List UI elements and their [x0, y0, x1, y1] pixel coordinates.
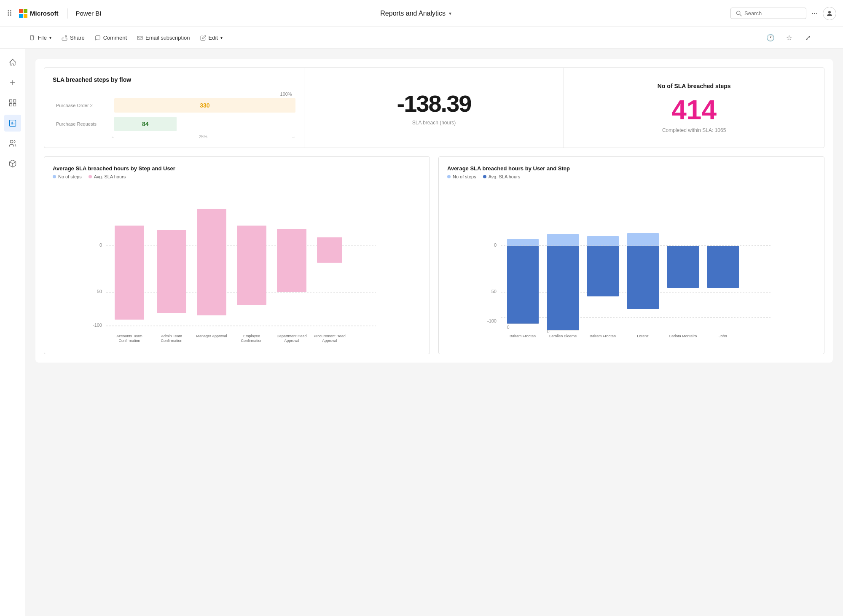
history-icon[interactable]: 🕐: [765, 32, 776, 44]
edit-menu[interactable]: Edit ▾: [200, 35, 223, 41]
svg-rect-28: [197, 246, 226, 315]
sidebar-report[interactable]: [4, 115, 21, 132]
chevron-down-icon[interactable]: ▾: [449, 11, 451, 16]
svg-rect-63: [707, 246, 739, 288]
user-avatar[interactable]: [823, 7, 836, 20]
svg-rect-25: [157, 230, 186, 246]
dashboard: SLA breached steps by flow 100% Purchase…: [35, 59, 833, 363]
legend-steps-label-1: No of steps: [58, 174, 82, 179]
svg-text:Carlota Monteiro: Carlota Monteiro: [669, 334, 697, 338]
email-icon: [137, 35, 143, 41]
sidebar-grid[interactable]: [4, 94, 21, 111]
svg-text:John: John: [719, 334, 727, 338]
svg-rect-60: [627, 233, 659, 246]
sla-flow-card: SLA breached steps by flow 100% Purchase…: [44, 68, 304, 148]
box-icon: [8, 159, 17, 168]
comment-menu[interactable]: Comment: [95, 35, 127, 41]
flow-row2-label: Purchase Requests: [56, 121, 111, 126]
bookmark-icon[interactable]: ☆: [783, 32, 795, 44]
legend-avg-sla-2: Avg. SLA hours: [483, 174, 521, 179]
arrow-left: ←: [111, 134, 115, 139]
legend-no-steps-2: No of steps: [447, 174, 476, 179]
legend-steps-label-2: No of steps: [453, 174, 476, 179]
svg-text:Bairam Frootan: Bairam Frootan: [590, 334, 616, 338]
sidebar-add[interactable]: [4, 74, 21, 91]
sidebar-people[interactable]: [4, 135, 21, 152]
svg-text:0: 0: [547, 329, 550, 334]
sla-flow-title: SLA breached steps by flow: [53, 76, 295, 83]
sla-breach-hours-card: -138.39 SLA breach (hours): [304, 68, 564, 148]
pct25-label: 25%: [199, 134, 207, 139]
svg-line-1: [740, 14, 741, 16]
share-menu[interactable]: Share: [62, 35, 85, 41]
svg-rect-62: [667, 246, 699, 288]
svg-rect-56: [547, 246, 579, 330]
legend-dot-steps-2: [447, 175, 451, 178]
report-icon: [8, 119, 17, 127]
no-sla-number: 414: [671, 94, 717, 126]
pct100-label: 100%: [53, 91, 292, 97]
svg-text:Employee: Employee: [243, 334, 260, 338]
nav-right: ···: [730, 7, 836, 20]
svg-rect-55: [547, 234, 579, 246]
legend-dot-avg-2: [483, 175, 486, 178]
svg-rect-30: [237, 246, 266, 305]
chart1-svg: 0 -50 -100: [53, 183, 421, 344]
svg-rect-8: [13, 100, 16, 102]
sidebar-box[interactable]: [4, 155, 21, 172]
main-layout: SLA breached steps by flow 100% Purchase…: [0, 49, 843, 616]
fullscreen-icon[interactable]: ⤢: [802, 32, 813, 44]
bottom-row-charts: Average SLA breached hours by Step and U…: [44, 156, 824, 354]
svg-text:-50: -50: [490, 289, 497, 294]
user-icon: [826, 10, 833, 17]
top-row-cards: SLA breached steps by flow 100% Purchase…: [44, 67, 824, 148]
sub-navigation: File ▾ Share Comment Email subscription …: [0, 27, 843, 49]
edit-label: Edit: [209, 35, 218, 41]
svg-rect-32: [277, 246, 306, 292]
svg-rect-59: [587, 246, 619, 296]
svg-text:Manager Approval: Manager Approval: [196, 334, 227, 338]
svg-text:Admin Team: Admin Team: [161, 334, 182, 338]
grid-sidebar-icon: [8, 99, 17, 107]
svg-point-0: [736, 11, 740, 14]
email-sub-menu[interactable]: Email subscription: [137, 35, 190, 41]
svg-text:-100: -100: [487, 318, 497, 323]
file-label: File: [38, 35, 47, 41]
no-sla-title: No of SLA breached steps: [658, 83, 731, 89]
svg-text:0: 0: [494, 242, 497, 247]
svg-rect-34: [317, 246, 342, 263]
left-sidebar: [0, 49, 25, 616]
arrow-right: →: [291, 134, 295, 139]
flow-row1-value: 330: [200, 102, 209, 109]
no-sla-breached-card: No of SLA breached steps 414 Completed w…: [564, 68, 824, 148]
svg-rect-52: [507, 239, 539, 246]
breach-hours-subtitle: SLA breach (hours): [412, 120, 456, 126]
search-box[interactable]: [730, 8, 806, 19]
chart1-title: Average SLA breached hours by Step and U…: [53, 165, 421, 172]
plus-icon: [8, 78, 17, 87]
svg-text:Lorenz: Lorenz: [637, 334, 649, 338]
legend-no-steps-1: No of steps: [53, 174, 82, 179]
ms-text: Microsoft: [30, 10, 59, 17]
svg-text:Procurement Head: Procurement Head: [314, 334, 346, 338]
sidebar-home[interactable]: [4, 54, 21, 71]
top-navigation: ⠿ Microsoft Power BI Reports and Analyti…: [0, 0, 843, 27]
svg-rect-24: [115, 246, 144, 320]
main-content: SLA breached steps by flow 100% Purchase…: [25, 49, 843, 616]
search-input[interactable]: [744, 10, 795, 16]
chart2-title: Average SLA breached hours by User and S…: [447, 165, 816, 172]
powerbi-label: Power BI: [76, 10, 102, 17]
file-menu[interactable]: File ▾: [30, 35, 51, 41]
search-icon: [736, 11, 742, 16]
svg-text:Confirmation: Confirmation: [118, 339, 140, 343]
svg-rect-29: [237, 226, 266, 246]
ellipsis-button[interactable]: ···: [811, 9, 818, 18]
report-title: Reports and Analytics: [380, 10, 446, 17]
edit-icon: [200, 35, 206, 41]
chart1-legend: No of steps Avg. SLA hours: [53, 174, 421, 179]
svg-point-2: [828, 11, 831, 13]
microsoft-logo: Microsoft: [19, 9, 59, 18]
share-icon: [62, 35, 67, 41]
grid-icon[interactable]: ⠿: [7, 9, 12, 18]
file-icon: [30, 35, 35, 41]
